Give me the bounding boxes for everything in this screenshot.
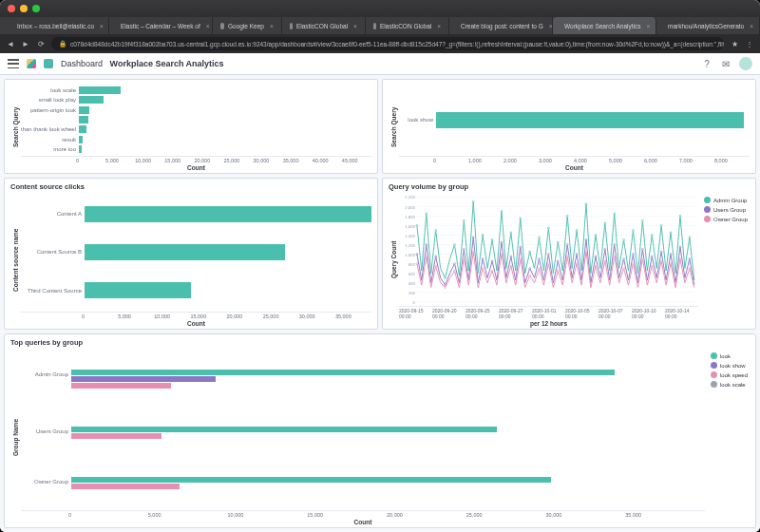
chart-bar[interactable] (79, 86, 121, 94)
chart-bar[interactable] (71, 370, 615, 375)
svg-point-64 (510, 256, 512, 257)
legend-item[interactable]: look (711, 352, 748, 359)
x-axis-label: Count (399, 164, 750, 171)
svg-point-55 (426, 244, 428, 246)
address-bar[interactable]: 🔒 c078d4d848dc42b19f4f318a002ba703.us-ce… (51, 37, 724, 50)
nav-menu-icon[interactable] (8, 59, 19, 68)
browser-tab[interactable]: Workplace Search Analytics× (553, 17, 656, 34)
x-tick: 20,000 (227, 314, 263, 319)
chart-bar[interactable] (79, 116, 88, 124)
close-tab-icon[interactable]: × (646, 23, 650, 29)
panel-query-volume-by-group: Query volume by group Query Count 020040… (382, 178, 756, 330)
x-tick: 30,000 (254, 158, 283, 163)
x-tick: 0 (82, 314, 118, 319)
chart-bar[interactable] (85, 206, 371, 222)
browser-tab[interactable]: Google Keep× (213, 17, 282, 34)
svg-point-61 (482, 258, 484, 260)
legend-label: look show (720, 363, 746, 369)
chart-bar[interactable] (71, 433, 162, 439)
chart-bar[interactable] (79, 145, 82, 153)
breadcrumb-title[interactable]: Workplace Search Analytics (110, 59, 224, 68)
svg-point-68 (547, 254, 549, 256)
svg-point-52 (679, 215, 681, 217)
legend-item[interactable]: look speed (711, 371, 748, 378)
newsfeed-icon[interactable]: ✉ (720, 58, 732, 69)
chart-bar[interactable] (85, 244, 285, 260)
tab-label: Inbox – ross.bell@elastic.co (17, 23, 94, 29)
dashboard-app-icon[interactable] (44, 59, 53, 68)
chart-bar[interactable] (79, 125, 86, 133)
chart-legend: looklook showlook speedlook scale (705, 349, 750, 525)
y-axis-label: Search Query (389, 84, 399, 171)
chart-bar[interactable] (71, 427, 497, 432)
svg-text:0: 0 (412, 300, 415, 305)
chart-bar[interactable] (71, 477, 551, 483)
chart-bar[interactable] (79, 96, 104, 104)
help-icon[interactable]: ? (701, 58, 712, 69)
close-tab-icon[interactable]: × (270, 23, 274, 29)
x-axis-label: Count (21, 519, 705, 525)
legend-label: look scale (720, 382, 746, 388)
browser-tab[interactable]: ElasticCON Global× (366, 17, 449, 34)
forward-icon[interactable]: ► (21, 39, 30, 48)
close-tab-icon[interactable]: × (100, 23, 104, 29)
close-tab-icon[interactable]: × (206, 23, 210, 29)
svg-point-25 (426, 213, 428, 215)
bar-label: small look play (21, 97, 76, 103)
svg-point-80 (660, 251, 662, 253)
elastic-logo-icon[interactable] (27, 59, 36, 68)
bar-label: than thank look wheel (21, 126, 76, 132)
svg-point-89 (463, 258, 465, 260)
chart-bar[interactable] (85, 282, 191, 298)
tab-label: Elastic – Calendar – Week of (121, 23, 200, 29)
tab-label: markhou/AnalyticsGenerato (668, 23, 744, 29)
close-window-icon[interactable] (8, 5, 15, 12)
browser-tab[interactable]: Elastic – Calendar – Week of× (109, 17, 213, 34)
back-icon[interactable]: ◄ (6, 39, 15, 48)
legend-item[interactable]: look scale (711, 381, 748, 388)
bar-label: Content Source B (21, 249, 82, 255)
legend-label: Owner Group (713, 217, 748, 222)
legend-item[interactable]: Users Group (704, 206, 748, 213)
close-tab-icon[interactable]: × (353, 23, 357, 29)
breadcrumb-dashboard[interactable]: Dashboard (61, 59, 103, 68)
svg-point-32 (491, 238, 493, 240)
chart-bar[interactable] (79, 106, 89, 114)
svg-point-37 (539, 237, 541, 238)
maximize-window-icon[interactable] (32, 5, 40, 12)
svg-point-47 (633, 229, 635, 231)
x-tick: 10,000 (228, 512, 308, 518)
browser-tab[interactable]: Inbox – ross.bell@elastic.co× (6, 17, 109, 34)
svg-point-95 (520, 258, 522, 260)
reload-icon[interactable]: ⟳ (36, 39, 46, 48)
close-tab-icon[interactable]: × (549, 23, 553, 29)
chart-bar[interactable] (71, 383, 171, 389)
chart-bar[interactable] (71, 484, 180, 489)
svg-point-30 (472, 200, 474, 202)
minimize-window-icon[interactable] (20, 5, 28, 12)
chart-bar[interactable] (71, 376, 216, 382)
browser-tab[interactable]: Create blog post: content to G× (449, 17, 553, 34)
svg-point-74 (604, 249, 606, 251)
close-tab-icon[interactable]: × (750, 23, 753, 29)
browser-tab[interactable]: markhou/AnalyticsGenerato× (656, 17, 760, 34)
chart-bar[interactable] (79, 136, 83, 143)
x-tick: 0 (68, 512, 148, 518)
extensions-icon[interactable]: ★ (730, 39, 739, 48)
legend-item[interactable]: look show (711, 362, 748, 369)
legend-item[interactable]: Admin Group (704, 197, 748, 203)
svg-text:600: 600 (408, 272, 416, 276)
svg-point-111 (670, 263, 672, 265)
close-tab-icon[interactable]: × (437, 23, 441, 29)
favicon-icon (373, 23, 376, 29)
avatar[interactable] (739, 57, 752, 70)
x-tick: 7,000 (679, 158, 714, 163)
chart-bar[interactable] (436, 112, 744, 128)
browser-tab[interactable]: ElasticCON Global× (282, 17, 366, 34)
svg-point-109 (651, 265, 653, 267)
x-tick: 15,000 (190, 314, 226, 319)
menu-icon[interactable]: ⋮ (745, 39, 754, 48)
legend-item[interactable]: Owner Group (704, 216, 748, 222)
chart-bars: look scalesmall look playpattern-origin … (21, 84, 371, 156)
chart-bars: look show (399, 84, 750, 156)
